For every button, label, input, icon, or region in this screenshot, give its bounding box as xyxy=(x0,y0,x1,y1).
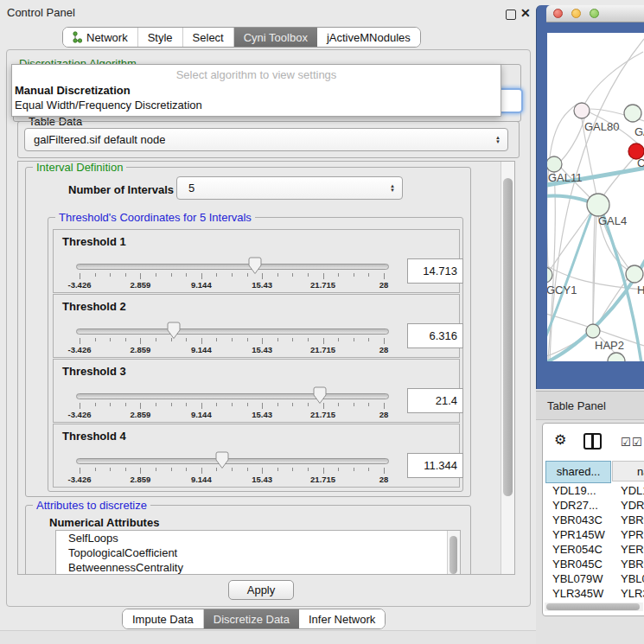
column-header-name[interactable]: na xyxy=(612,461,644,481)
slider-track xyxy=(76,458,389,464)
table-row[interactable]: YBR045CYBR0 xyxy=(545,558,644,572)
close-traffic-light-icon[interactable] xyxy=(553,9,563,18)
dropdown-placeholder-item: Select algorithm to view settings xyxy=(12,67,501,82)
minor-tick xyxy=(125,403,126,406)
table-row[interactable]: YBL079WYBL0 xyxy=(545,572,644,587)
table-cell: YER054C xyxy=(552,543,603,556)
attribute-item[interactable]: BetweennessCentrality xyxy=(56,560,460,575)
table-row[interactable]: YLR345WYLR3 xyxy=(545,587,644,602)
table-row[interactable]: YER054CYER0 xyxy=(545,543,644,558)
split-columns-icon[interactable] xyxy=(583,433,602,450)
slider-thumb[interactable] xyxy=(215,451,229,469)
minor-tick xyxy=(338,273,339,277)
major-tick xyxy=(323,338,324,344)
network-node-ga[interactable] xyxy=(624,105,641,122)
minor-tick xyxy=(110,273,111,277)
apply-button[interactable]: Apply xyxy=(228,580,294,600)
threshold-value-field[interactable]: 14.713 xyxy=(407,258,463,284)
network-node-hap2[interactable] xyxy=(586,324,600,338)
dropdown-item-equal-width-frequency[interactable]: Equal Width/Frequency Discretization xyxy=(12,98,501,112)
checkbox-icon[interactable]: ☑ xyxy=(621,436,631,449)
numerical-attributes-list[interactable]: SelfLoopsTopologicalCoefficientBetweenne… xyxy=(55,530,461,575)
attribute-item[interactable]: SelfLoops xyxy=(56,531,460,545)
table-cell: YBL079W xyxy=(552,572,603,585)
tick-label: 9.144 xyxy=(180,280,223,290)
gear-icon[interactable]: ⚙ xyxy=(554,431,566,448)
slider-track xyxy=(76,393,389,399)
zoom-traffic-light-icon[interactable] xyxy=(590,9,599,18)
major-tick xyxy=(80,468,80,474)
tab-select[interactable]: Select xyxy=(183,28,234,47)
network-node-gal11[interactable] xyxy=(547,156,562,172)
threshold-value-field[interactable]: 21.4 xyxy=(407,388,463,413)
network-node-gal80[interactable] xyxy=(574,103,590,118)
major-tick xyxy=(262,338,263,344)
minor-tick xyxy=(292,403,293,406)
network-canvas[interactable]: GAL80GACGAL11GAL4GCY1HAHAP2 xyxy=(547,33,644,361)
table-hscrollbar-track[interactable] xyxy=(545,603,643,611)
minor-tick xyxy=(338,403,339,406)
minimize-traffic-light-icon[interactable] xyxy=(571,9,581,18)
minor-tick xyxy=(232,403,233,406)
slider-thumb[interactable] xyxy=(167,322,181,340)
minor-tick xyxy=(216,273,217,277)
major-tick xyxy=(140,338,141,344)
threshold-slider[interactable]: -3.4262.8599.14415.4321.71528 xyxy=(74,386,389,420)
attribute-item[interactable]: TopologicalCoefficient xyxy=(56,545,460,560)
major-tick xyxy=(140,468,141,474)
table-row[interactable]: YBR043CYBR0 xyxy=(545,513,644,528)
slider-thumb[interactable] xyxy=(313,386,327,405)
tick-label: -3.426 xyxy=(58,345,101,354)
threshold-slider[interactable]: -3.4262.8599.14415.4321.71528 xyxy=(74,450,389,485)
column-header-shared-name[interactable]: shared... xyxy=(545,461,611,483)
tab-network[interactable]: Network xyxy=(63,28,138,47)
tab-infer-network[interactable]: Infer Network xyxy=(299,609,385,628)
slider-thumb[interactable] xyxy=(248,257,262,275)
network-node-gcy1[interactable] xyxy=(547,267,552,283)
minor-tick xyxy=(95,338,96,341)
node-label: GA xyxy=(634,125,644,138)
bottom-tab-strip: Impute Data Discretize Data Infer Networ… xyxy=(122,609,386,629)
minor-tick xyxy=(354,273,354,277)
minor-tick xyxy=(110,338,111,341)
table-cell: YDR2 xyxy=(621,499,644,512)
network-node-ha[interactable] xyxy=(626,265,643,283)
network-window-titlebar[interactable] xyxy=(546,5,644,22)
tick-label: 2.859 xyxy=(118,280,162,290)
panel-scrollbar-track[interactable] xyxy=(501,162,514,574)
major-tick xyxy=(140,403,141,409)
table-hscrollbar-thumb[interactable] xyxy=(546,603,640,610)
table-cell: YBR0 xyxy=(621,558,644,571)
number-of-intervals-combobox[interactable]: 5 ▲▼ xyxy=(176,176,403,200)
table-data-combobox[interactable]: galFiltered.sif default node ▲▼ xyxy=(24,128,508,151)
panel-scrollbar-thumb[interactable] xyxy=(503,178,513,496)
list-scrollbar-thumb[interactable] xyxy=(450,536,457,574)
threshold-value-field[interactable]: 6.316 xyxy=(407,323,463,348)
table-row[interactable]: YPR145WYPR1 xyxy=(545,528,644,543)
major-tick xyxy=(384,468,385,474)
close-icon[interactable]: ✕ xyxy=(520,6,531,20)
threshold-slider[interactable]: -3.4262.8599.14415.4321.71528 xyxy=(74,321,389,355)
table-row[interactable]: YDR27...YDR2 xyxy=(545,499,644,513)
interval-definition-title: Interval Definition xyxy=(33,161,126,174)
network-node-gal4[interactable] xyxy=(587,194,609,216)
network-node[interactable] xyxy=(608,353,625,361)
major-tick xyxy=(384,403,385,409)
tab-discretize-data[interactable]: Discretize Data xyxy=(204,609,299,628)
threshold-value-field[interactable]: 11.344 xyxy=(407,453,463,478)
tab-impute-data[interactable]: Impute Data xyxy=(123,609,204,628)
checkbox-icon[interactable]: ☑ xyxy=(632,436,642,449)
settings-scroll-area: Interval Definition Number of Intervals … xyxy=(17,161,515,575)
dropdown-item-manual-discretization[interactable]: Manual Discretization xyxy=(12,83,501,98)
major-tick xyxy=(262,273,263,279)
tab-style[interactable]: Style xyxy=(138,28,183,47)
minor-tick xyxy=(186,273,187,277)
float-window-icon[interactable] xyxy=(506,10,516,20)
tab-cyni-toolbox[interactable]: Cyni Toolbox xyxy=(234,28,317,47)
tab-jactivemnodules[interactable]: jActiveMNodules xyxy=(317,28,420,47)
algorithm-dropdown-popup: Select algorithm to view settings Manual… xyxy=(11,64,501,117)
table-row[interactable]: YDL19...YDL1 xyxy=(545,484,644,499)
tick-label: 21.715 xyxy=(302,345,345,354)
list-scrollbar-track[interactable] xyxy=(447,531,460,575)
threshold-slider[interactable]: -3.4262.8599.14415.4321.71528 xyxy=(74,256,389,290)
